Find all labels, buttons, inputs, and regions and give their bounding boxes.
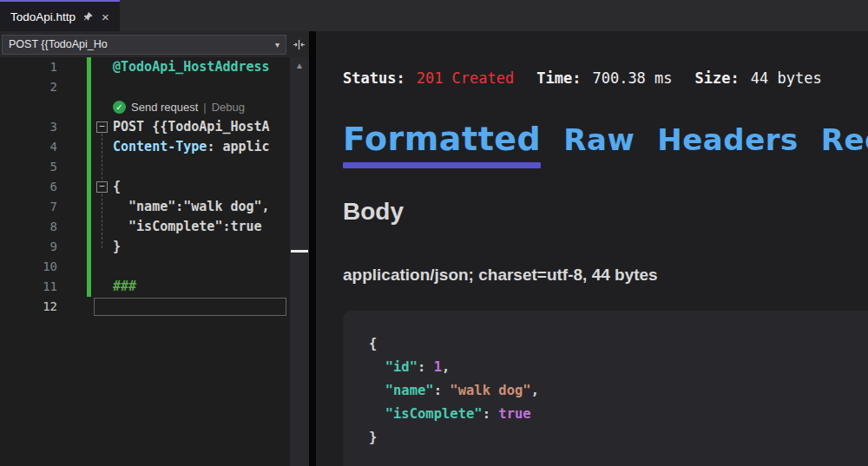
line-number: 6	[0, 177, 69, 197]
editor-line-5[interactable]: 5	[0, 157, 290, 177]
time-value: 700.38 ms	[592, 69, 672, 87]
tab-title: TodoApi.http	[10, 10, 76, 23]
status-label: Status:	[343, 69, 405, 87]
line-number: 1	[0, 57, 69, 77]
pin-icon[interactable]	[83, 11, 94, 22]
size-value: 44 bytes	[751, 69, 822, 87]
content-type-line: application/json; charset=utf-8, 44 byte…	[343, 266, 868, 285]
close-icon[interactable]: ×	[102, 10, 109, 23]
line-number: 9	[0, 237, 69, 257]
editor-line-text: "name":"walk dog",	[113, 197, 270, 217]
line-number: 10	[0, 257, 69, 277]
dropdown-caret-icon: ▾	[275, 40, 279, 49]
body-heading: Body	[343, 198, 868, 226]
panel-divider[interactable]	[309, 31, 316, 466]
line-number: 4	[0, 137, 69, 157]
editor-line-text: @TodoApi_HostAddress	[113, 57, 270, 77]
debug-link[interactable]: Debug	[212, 97, 245, 117]
active-tab-underline	[343, 162, 541, 168]
split-view-icon[interactable]	[293, 39, 306, 50]
code-editor[interactable]: 1@TodoApi_HostAddress2✓Send request|Debu…	[0, 57, 309, 466]
request-selector-value: POST {{TodoApi_Ho	[9, 38, 108, 50]
editor-line-4[interactable]: 4Content-Type: applic	[0, 137, 290, 157]
json-line: }	[369, 426, 868, 450]
line-number: 8	[0, 217, 69, 237]
editor-line-7[interactable]: 7 "name":"walk dog",	[0, 197, 290, 217]
size-group: Size: 44 bytes	[695, 69, 822, 87]
editor-line-text: }	[113, 237, 121, 257]
response-tab-label: Request	[821, 122, 868, 157]
json-line: "isComplete": true	[369, 403, 868, 426]
response-tabs: FormattedRawHeadersRequest	[343, 120, 868, 168]
line-number: 11	[0, 277, 69, 297]
response-tab-label: Raw	[563, 122, 635, 157]
send-request-link[interactable]: Send request	[131, 97, 198, 117]
line-number: 12	[0, 297, 69, 317]
editor-lines: 1@TodoApi_HostAddress2✓Send request|Debu…	[0, 57, 290, 317]
request-selector-dropdown[interactable]: POST {{TodoApi_Ho ▾	[2, 35, 286, 55]
editor-line-text: POST {{TodoApi_HostA	[113, 117, 270, 137]
codelens-separator: |	[203, 97, 206, 117]
json-line: {	[369, 332, 868, 356]
scrollbar-position-marker	[291, 250, 308, 253]
editor-line-text: ###	[113, 277, 136, 297]
fold-collapse-icon[interactable]: −	[96, 181, 108, 193]
response-tab-raw[interactable]: Raw	[563, 122, 635, 157]
size-label: Size:	[695, 69, 740, 87]
editor-line-12[interactable]: 12	[0, 297, 290, 317]
editor-line-11[interactable]: 11###	[0, 277, 290, 297]
json-line: "id": 1,	[369, 356, 868, 379]
line-number: 3	[0, 117, 69, 137]
fold-collapse-icon[interactable]: −	[96, 121, 108, 133]
response-status-row: Status: 201 Created Time: 700.38 ms Size…	[343, 69, 868, 87]
editor-line-8[interactable]: 8 "isComplete":true	[0, 217, 290, 237]
response-tab-request[interactable]: Request	[821, 122, 868, 157]
editor-scrollbar[interactable]: ▲	[290, 57, 309, 466]
send-request-check-icon: ✓	[113, 101, 126, 114]
time-group: Time: 700.38 ms	[536, 69, 672, 87]
response-tab-formatted[interactable]: Formatted	[343, 120, 541, 168]
line-number: 2	[0, 77, 69, 97]
codelens-row: ✓Send request|Debug	[0, 97, 290, 117]
response-tab-headers[interactable]: Headers	[657, 122, 798, 157]
tab-strip: TodoApi.http ×	[0, 0, 868, 31]
json-line: "name": "walk dog",	[369, 379, 868, 403]
editor-line-text: Content-Type: applic	[113, 137, 270, 157]
editor-line-1[interactable]: 1@TodoApi_HostAddress	[0, 57, 290, 77]
document-tab[interactable]: TodoApi.http ×	[0, 0, 120, 31]
editor-line-9[interactable]: 9}	[0, 237, 290, 257]
response-json: { "id": 1, "name": "walk dog", "isComple…	[343, 311, 868, 466]
editor-line-2[interactable]: 2	[0, 77, 290, 97]
editor-line-6[interactable]: 6−{	[0, 177, 290, 197]
time-label: Time:	[536, 69, 581, 87]
editor-toolbar: POST {{TodoApi_Ho ▾	[0, 31, 309, 57]
scroll-up-icon[interactable]: ▲	[290, 57, 309, 70]
editor-line-text: {	[113, 177, 121, 197]
editor-line-3[interactable]: 3−POST {{TodoApi_HostA	[0, 117, 290, 137]
response-panel: Status: 201 Created Time: 700.38 ms Size…	[316, 31, 868, 466]
editor-line-10[interactable]: 10	[0, 257, 290, 277]
status-group: Status: 201 Created	[343, 69, 514, 87]
line-number: 5	[0, 157, 69, 177]
response-tab-label: Headers	[657, 122, 798, 157]
editor-line-text: "isComplete":true	[113, 217, 262, 237]
response-tab-label: Formatted	[343, 120, 541, 158]
line-number: 7	[0, 197, 69, 217]
status-value: 201 Created	[417, 69, 515, 87]
